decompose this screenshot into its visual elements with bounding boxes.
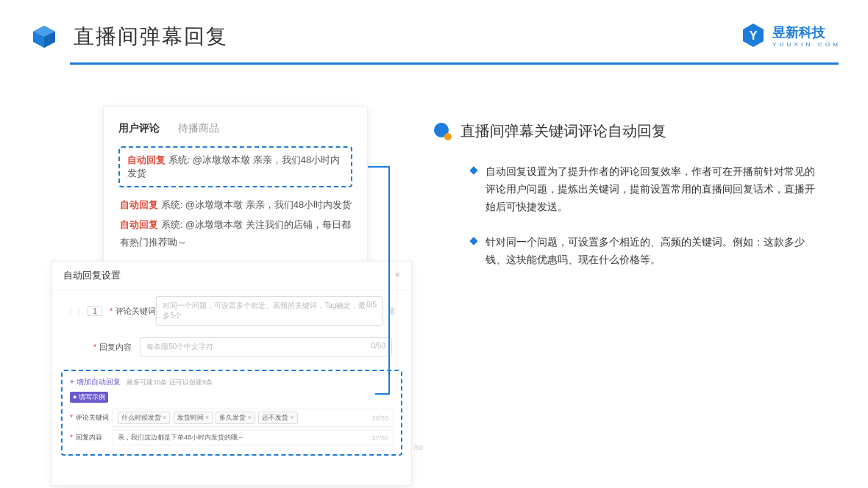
- close-icon[interactable]: ×: [394, 269, 400, 282]
- brand-icon: Y: [740, 22, 766, 49]
- settings-title: 自动回复设置: [63, 269, 121, 282]
- settings-card: 自动回复设置 × ⋮⋮ 1 * 评论关键词 对同一个问题，可设置多个相近、高频的…: [51, 261, 412, 486]
- delete-icon[interactable]: 🗑: [388, 306, 396, 316]
- add-reply-link[interactable]: + 增加自动回复: [70, 378, 121, 386]
- brand-url: Y U U X I N . C O M: [772, 41, 839, 48]
- diamond-bullet-icon: [469, 237, 477, 245]
- highlighted-reply: 自动回复 系统: @冰墩墩本墩 亲亲，我们48小时内发货: [118, 146, 352, 187]
- auto-reply-tag: 自动回复: [127, 154, 166, 165]
- reply-text: 系统: @冰墩墩本墩 亲亲，我们48小时内发货: [161, 199, 352, 210]
- tab-products[interactable]: 待播商品: [178, 122, 219, 135]
- section-title: 直播间弹幕关键词评论自动回复: [460, 121, 666, 141]
- tab-comments[interactable]: 用户评论: [118, 122, 160, 135]
- required-dot: *: [70, 434, 73, 442]
- required-dot: *: [110, 306, 113, 315]
- row-number: 1: [88, 306, 102, 316]
- paragraph-1: 自动回复设置为了提升作者的评论回复效率，作者可在开播前针对常见的评论用户问题，提…: [485, 163, 824, 215]
- svg-text:Y: Y: [750, 29, 758, 42]
- cube-icon: [29, 22, 59, 51]
- comment-line: 自动回复 系统: @冰墩墩本墩 关注我们的店铺，每日都有热门推荐呦～: [118, 216, 352, 251]
- required-dot: *: [93, 342, 96, 351]
- keyword-input[interactable]: 对同一个问题，可设置多个相近、高频的关键词，Tag确定，最多5个0/5: [156, 296, 383, 326]
- footer-count: /50: [413, 444, 423, 451]
- keyword-label: 评论关键词: [115, 306, 156, 317]
- brand-name: 昱新科技: [772, 25, 825, 40]
- brand-logo: Y 昱新科技 Y U U X I N . C O M: [740, 22, 839, 49]
- header-divider: [70, 62, 839, 65]
- diamond-bullet-icon: [469, 166, 477, 174]
- comment-line: 自动回复 系统: @冰墩墩本墩 亲亲，我们48小时内发货: [118, 196, 352, 213]
- required-dot: *: [70, 414, 73, 422]
- content-label: 回复内容: [99, 342, 140, 353]
- ex-content-input[interactable]: 亲，我们这边都是下单48小时内发货的哦～ 37/50: [113, 430, 394, 445]
- tag-chip[interactable]: 还不发货×: [258, 412, 297, 424]
- content-input[interactable]: 每条限50个中文字符0/50: [140, 337, 392, 356]
- tag-chip[interactable]: 什么时候发货×: [118, 412, 170, 424]
- section-icon: [434, 123, 452, 140]
- drag-handle[interactable]: ⋮⋮: [67, 306, 83, 316]
- ex-keyword-input[interactable]: 什么时候发货× 发货时间× 多久发货× 还不发货× 20/50: [113, 409, 394, 427]
- tag-chip[interactable]: 发货时间×: [174, 412, 213, 424]
- tag-chip[interactable]: 多久发货×: [216, 412, 255, 424]
- example-box: + 增加自动回复 最多可建10条 还可以创建9条 ● 填写示例 * 评论关键词 …: [61, 370, 402, 456]
- connector-line: [368, 166, 390, 168]
- ex-keyword-label: 评论关键词: [76, 413, 113, 423]
- paragraph-2: 针对同一个问题，可设置多个相近的、高频的关键词。例如：这款多少钱、这块能优惠吗、…: [485, 234, 824, 269]
- page-title: 直播间弹幕回复: [74, 23, 228, 51]
- auto-reply-tag: 自动回复: [120, 199, 158, 210]
- hint-text: 最多可建10条 还可以创建9条: [127, 378, 213, 386]
- ex-content-label: 回复内容: [76, 433, 113, 442]
- auto-reply-tag: 自动回复: [120, 219, 158, 230]
- example-badge: ● 填写示例: [70, 392, 108, 403]
